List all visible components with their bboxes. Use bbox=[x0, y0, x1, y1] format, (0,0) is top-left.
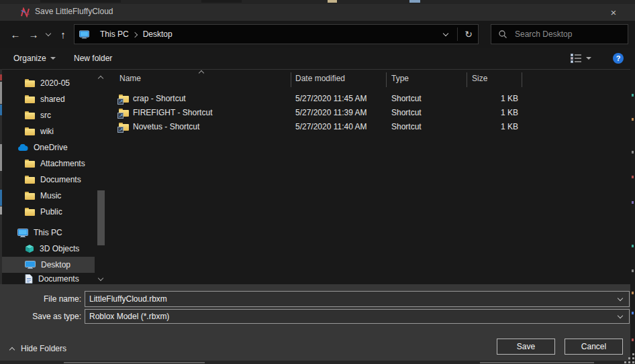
sort-ascending-icon bbox=[199, 69, 205, 75]
organize-label: Organize bbox=[13, 54, 46, 63]
save-dialog: Save LittleFluffyCloud × ← → ↑ This PC D… bbox=[0, 0, 635, 364]
sidebar-item-label: OneDrive bbox=[34, 143, 68, 152]
sidebar-item-desktop[interactable]: Desktop bbox=[0, 257, 95, 273]
up-button[interactable]: ↑ bbox=[55, 26, 71, 42]
desktop-icon bbox=[25, 261, 36, 269]
sidebar-item-this-pc[interactable]: This PC bbox=[0, 225, 95, 241]
main-area: 2020-05 shared src wiki OneDrive bbox=[0, 69, 635, 284]
save-as-type-value: Roblox Model (*.rbxm) bbox=[85, 312, 169, 321]
sidebar-item-music[interactable]: Music bbox=[0, 188, 95, 204]
background-app-bottom-sliver bbox=[0, 361, 635, 364]
file-date: 5/27/2020 11:45 AM bbox=[295, 94, 367, 103]
file-row-firefight-shortcut[interactable]: ↗ FIREFIGHT - Shortcut 5/27/2020 11:39 A… bbox=[107, 106, 630, 120]
sidebar-item-label: 3D Objects bbox=[40, 244, 79, 253]
scroll-down-icon[interactable] bbox=[98, 276, 104, 282]
sidebar-item-3d-objects[interactable]: 3D Objects bbox=[0, 241, 95, 257]
breadcrumb-separator-icon[interactable] bbox=[133, 32, 139, 38]
file-name-label: File name: bbox=[7, 294, 81, 304]
save-panel: File name: Save as type: Roblox Model (*… bbox=[0, 284, 635, 361]
file-name-field[interactable] bbox=[85, 291, 630, 307]
chevron-down-icon bbox=[46, 32, 52, 38]
save-as-type-select[interactable]: Roblox Model (*.rbxm) bbox=[85, 309, 630, 324]
folder-icon bbox=[25, 79, 35, 87]
refresh-button[interactable]: ↻ bbox=[459, 29, 478, 40]
search-box[interactable] bbox=[491, 24, 628, 44]
sidebar-item-2020-05[interactable]: 2020-05 bbox=[0, 75, 95, 91]
file-name: crap - Shortcut bbox=[133, 94, 186, 103]
file-date: 5/27/2020 11:39 AM bbox=[295, 108, 367, 117]
hide-folders-button[interactable]: Hide Folders bbox=[9, 341, 66, 357]
chevron-down-icon[interactable] bbox=[618, 296, 624, 302]
sidebar-item-wiki[interactable]: wiki bbox=[0, 123, 95, 139]
this-pc-icon bbox=[79, 30, 89, 39]
file-row-novetus-shortcut[interactable]: ↗ Novetus - Shortcut 5/27/2020 11:40 AM … bbox=[107, 120, 630, 134]
chevron-down-icon[interactable] bbox=[618, 314, 624, 320]
file-row-crap-shortcut[interactable]: ↗ crap - Shortcut 5/27/2020 11:45 AM Sho… bbox=[107, 92, 630, 106]
cancel-button[interactable]: Cancel bbox=[565, 339, 623, 355]
sidebar-item-label: shared bbox=[40, 95, 65, 104]
file-list: Name Date modified Type Size ↗ crap - Sh… bbox=[107, 70, 630, 284]
sidebar-item-shared[interactable]: shared bbox=[0, 91, 95, 107]
novetus-app-icon bbox=[20, 7, 30, 17]
back-button[interactable]: ← bbox=[7, 26, 24, 42]
sidebar-item-label: Desktop bbox=[41, 260, 70, 269]
hide-folders-label: Hide Folders bbox=[21, 344, 66, 353]
background-fragment bbox=[328, 0, 337, 3]
folder-icon bbox=[25, 127, 35, 135]
change-view-button[interactable] bbox=[571, 48, 591, 69]
file-date: 5/27/2020 11:40 AM bbox=[295, 122, 367, 131]
column-separator[interactable] bbox=[291, 72, 291, 87]
background-fragment bbox=[201, 0, 242, 3]
search-input[interactable] bbox=[514, 29, 617, 40]
column-header-type[interactable]: Type bbox=[391, 74, 409, 83]
window-title: Save LittleFluffyCloud bbox=[35, 7, 113, 16]
recent-locations-dropdown[interactable] bbox=[42, 26, 54, 42]
sidebar-item-onedrive[interactable]: OneDrive bbox=[0, 139, 95, 156]
folder-icon bbox=[25, 160, 35, 168]
file-size: 1 KB bbox=[440, 94, 518, 103]
sidebar-item-label: Documents bbox=[40, 175, 81, 184]
column-header-date[interactable]: Date modified bbox=[295, 74, 345, 83]
new-folder-button[interactable]: New folder bbox=[74, 48, 112, 69]
address-bar[interactable]: This PC Desktop ↻ bbox=[74, 24, 479, 44]
command-bar: Organize New folder ? bbox=[0, 48, 635, 69]
sidebar-scrollbar[interactable] bbox=[96, 70, 107, 284]
sidebar-item-public[interactable]: Public bbox=[0, 204, 95, 220]
chevron-up-icon bbox=[9, 346, 15, 352]
column-separator[interactable] bbox=[386, 72, 387, 87]
resize-grip[interactable] bbox=[623, 353, 635, 364]
sidebar-item-documents[interactable]: Documents bbox=[0, 172, 95, 188]
shortcut-folder-icon: ↗ bbox=[118, 94, 129, 103]
sidebar-item-label: Documents bbox=[38, 274, 79, 284]
file-type: Shortcut bbox=[391, 94, 422, 103]
file-type: Shortcut bbox=[391, 122, 422, 131]
column-header-size[interactable]: Size bbox=[472, 74, 487, 83]
organize-button[interactable]: Organize bbox=[13, 48, 56, 69]
forward-button[interactable]: → bbox=[26, 26, 42, 42]
sidebar-item-label: Attachments bbox=[40, 159, 85, 168]
sidebar-item-attachments[interactable]: Attachments bbox=[0, 156, 95, 172]
navigation-pane: 2020-05 shared src wiki OneDrive bbox=[0, 70, 107, 284]
help-button[interactable]: ? bbox=[613, 48, 624, 69]
save-button[interactable]: Save bbox=[497, 339, 555, 355]
breadcrumb-this-pc[interactable]: This PC bbox=[96, 29, 133, 39]
shortcut-folder-icon: ↗ bbox=[118, 122, 129, 131]
column-separator[interactable] bbox=[522, 72, 522, 87]
sidebar-item-documents-pc[interactable]: Documents bbox=[0, 273, 95, 284]
column-separator[interactable] bbox=[467, 72, 467, 87]
title-bar: Save LittleFluffyCloud × bbox=[0, 4, 635, 21]
column-header-name[interactable]: Name bbox=[119, 74, 141, 83]
close-button[interactable]: × bbox=[600, 4, 627, 21]
file-name: Novetus - Shortcut bbox=[133, 122, 199, 131]
file-name-input[interactable] bbox=[85, 294, 606, 304]
sidebar-item-src[interactable]: src bbox=[0, 107, 95, 123]
scrollbar-thumb[interactable] bbox=[97, 190, 105, 245]
file-type: Shortcut bbox=[391, 108, 422, 117]
background-fragment bbox=[40, 0, 121, 3]
address-dropdown-icon[interactable] bbox=[443, 32, 449, 38]
file-size: 1 KB bbox=[440, 122, 518, 131]
divider bbox=[457, 27, 458, 41]
navigation-bar: ← → ↑ This PC Desktop ↻ bbox=[0, 21, 635, 48]
scroll-up-icon[interactable] bbox=[98, 74, 104, 80]
breadcrumb-desktop[interactable]: Desktop bbox=[139, 29, 177, 39]
